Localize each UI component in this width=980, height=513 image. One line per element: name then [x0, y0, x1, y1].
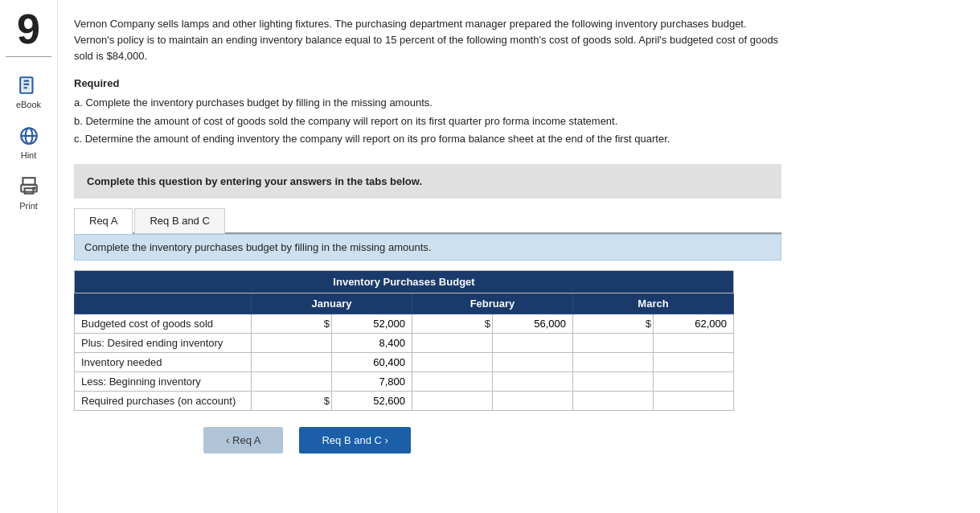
book-icon	[16, 73, 40, 97]
mar-value-req	[654, 391, 734, 410]
feb-value-beg-inv	[493, 371, 573, 391]
mar-value-inv-needed	[654, 352, 734, 371]
required-label: Required	[74, 77, 956, 89]
table-body: Budgeted cost of goods sold $ $ $ Plus: …	[75, 314, 734, 410]
mar-input-inv-needed[interactable]	[675, 356, 727, 368]
nav-buttons: ‹ Req A Req B and C ›	[74, 427, 540, 453]
mar-prefix-req	[573, 391, 654, 410]
tab-content: Complete the inventory purchases budget …	[74, 234, 781, 453]
jan-value-inv-needed	[332, 352, 412, 371]
feb-value-ending	[493, 333, 573, 352]
mar-prefix-inv-needed	[573, 352, 654, 371]
row-label-inv-needed: Inventory needed	[75, 352, 252, 371]
prev-button[interactable]: ‹ Req A	[203, 427, 283, 453]
tab-instruction: Complete the inventory purchases budget …	[74, 234, 781, 261]
requirement-a: a. Complete the inventory purchases budg…	[74, 94, 781, 112]
next-button[interactable]: Req B and C ›	[299, 427, 410, 453]
feb-input-ending[interactable]	[514, 337, 566, 349]
feb-value-cogs	[493, 314, 573, 333]
mar-value-beg-inv	[654, 371, 734, 391]
col-header-label	[75, 293, 252, 314]
budget-table-wrapper: Inventory Purchases Budget January Febru…	[74, 270, 540, 411]
row-label-beg-inv: Less: Beginning inventory	[75, 371, 252, 391]
globe-icon	[17, 124, 41, 148]
problem-number: 9	[17, 8, 40, 50]
main-content: Vernon Company sells lamps and other lig…	[58, 0, 980, 513]
jan-value-cogs	[332, 314, 412, 333]
table-row: Plus: Desired ending inventory	[75, 333, 734, 352]
hint-label: Hint	[21, 150, 37, 160]
problem-text: Vernon Company sells lamps and other lig…	[74, 16, 781, 64]
mar-prefix-ending	[573, 333, 654, 352]
svg-rect-5	[23, 178, 35, 185]
feb-input-inv-needed[interactable]	[514, 356, 566, 368]
jan-input-inv-needed[interactable]	[353, 356, 405, 368]
jan-prefix-ending	[252, 333, 332, 352]
table-title: Inventory Purchases Budget	[75, 270, 734, 293]
tabs-container: Req A Req B and C	[74, 207, 781, 234]
table-row: Budgeted cost of goods sold $ $ $	[75, 314, 734, 333]
col-header-feb: February	[412, 293, 573, 314]
row-label-ending-inv: Plus: Desired ending inventory	[75, 333, 252, 352]
svg-rect-1	[23, 79, 31, 91]
mar-value-ending	[654, 333, 734, 352]
feb-prefix-inv-needed	[412, 352, 493, 371]
mar-input-cogs[interactable]	[675, 318, 727, 330]
sidebar-item-hint[interactable]: Hint	[17, 124, 41, 160]
jan-input-req[interactable]	[353, 395, 405, 407]
jan-prefix-beg-inv	[252, 371, 332, 391]
jan-value-req	[332, 391, 412, 410]
row-label-cogs: Budgeted cost of goods sold	[75, 314, 252, 333]
requirements: a. Complete the inventory purchases budg…	[74, 94, 781, 147]
question-banner: Complete this question by entering your …	[74, 164, 781, 199]
requirement-b: b. Determine the amount of cost of goods…	[74, 113, 781, 130]
jan-input-ending[interactable]	[353, 337, 405, 349]
row-label-req-purchases: Required purchases (on account)	[75, 391, 252, 410]
mar-value-cogs	[654, 314, 734, 333]
mar-input-req[interactable]	[675, 395, 727, 407]
jan-prefix-req: $	[252, 391, 332, 410]
feb-prefix-cogs: $	[412, 314, 493, 333]
tab-req-bc[interactable]: Req B and C	[134, 208, 224, 234]
mar-prefix-cogs: $	[573, 314, 654, 333]
feb-input-req[interactable]	[514, 395, 566, 407]
print-label: Print	[19, 201, 38, 211]
budget-table: Inventory Purchases Budget January Febru…	[74, 270, 734, 411]
print-icon	[17, 174, 41, 199]
sidebar-item-print[interactable]: Print	[17, 174, 41, 211]
table-row: Less: Beginning inventory	[75, 371, 734, 391]
feb-value-req	[493, 391, 573, 410]
feb-prefix-ending	[412, 333, 493, 352]
prev-label: Req A	[232, 434, 260, 446]
jan-prefix-inv-needed	[252, 352, 332, 371]
feb-prefix-beg-inv	[412, 371, 493, 391]
mar-input-beg-inv[interactable]	[675, 376, 727, 388]
col-header-mar: March	[573, 293, 734, 314]
sidebar: 9 eBook Hint	[0, 0, 58, 513]
mar-input-ending[interactable]	[675, 337, 727, 349]
feb-prefix-req	[412, 391, 493, 410]
feb-input-beg-inv[interactable]	[514, 376, 566, 388]
sidebar-item-ebook[interactable]: eBook	[16, 73, 41, 109]
table-title-row: Inventory Purchases Budget	[75, 270, 734, 293]
feb-value-inv-needed	[493, 352, 573, 371]
next-label: Req B and C	[322, 434, 381, 446]
next-arrow-icon: ›	[382, 434, 388, 446]
svg-point-8	[33, 187, 35, 189]
table-row: Required purchases (on account) $	[75, 391, 734, 410]
mar-prefix-beg-inv	[573, 371, 654, 391]
col-header-jan: January	[252, 293, 412, 314]
jan-value-ending	[332, 333, 412, 352]
prev-arrow-icon: ‹	[226, 434, 232, 446]
jan-input-beg-inv[interactable]	[353, 376, 405, 388]
jan-value-beg-inv	[332, 371, 412, 391]
requirement-c: c. Determine the amount of ending invent…	[74, 130, 781, 148]
sidebar-divider	[6, 56, 51, 57]
jan-input-cogs[interactable]	[353, 318, 405, 330]
table-header-row: January February March	[75, 293, 734, 314]
tab-req-a[interactable]: Req A	[74, 208, 133, 234]
table-row: Inventory needed	[75, 352, 734, 371]
jan-prefix-cogs: $	[252, 314, 332, 333]
ebook-label: eBook	[16, 100, 41, 109]
feb-input-cogs[interactable]	[514, 318, 566, 330]
